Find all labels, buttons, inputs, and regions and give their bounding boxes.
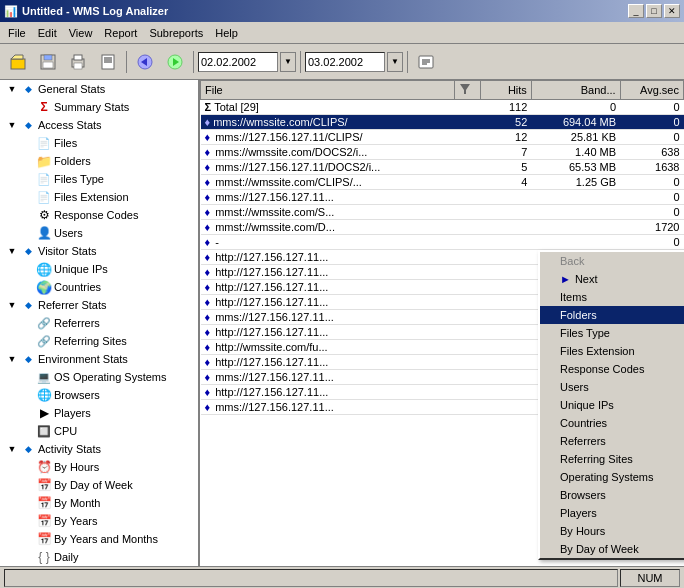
cell-filter (454, 325, 481, 340)
sidebar-item-by-month[interactable]: 📅 By Month (0, 494, 198, 512)
sidebar-label-referrers: Referrers (54, 317, 100, 329)
cell-hits: 52 (481, 115, 532, 130)
sidebar-item-users[interactable]: 👤 Users (0, 224, 198, 242)
ctx-item-files-type[interactable]: Files Type Alt+T (540, 324, 684, 342)
sidebar-item-activity-stats[interactable]: ▼ ◆ Activity Stats (0, 440, 198, 458)
menu-file[interactable]: File (2, 25, 32, 41)
table-row[interactable]: Σ Total [29] 112 0 0 (201, 100, 684, 115)
cell-hits (481, 400, 532, 415)
ctx-item-by-day-of-week[interactable]: By Day of Week Alt+W (540, 540, 684, 558)
toolbar-sep1 (126, 51, 127, 73)
sidebar-item-by-hours[interactable]: ⏰ By Hours (0, 458, 198, 476)
col-header-file: File (201, 81, 455, 100)
sidebar-item-players[interactable]: ▶ Players (0, 404, 198, 422)
sidebar-item-access-stats[interactable]: ▼ ◆ Access Stats (0, 116, 198, 134)
cell-file: ♦ http://127.156.127.11... (201, 385, 455, 400)
sidebar-label-response-codes: Response Codes (54, 209, 138, 221)
sidebar-item-folders[interactable]: 📁 Folders (0, 152, 198, 170)
sidebar-item-referring-sites[interactable]: 🔗 Referring Sites (0, 332, 198, 350)
svg-rect-3 (44, 55, 52, 60)
table-row[interactable]: ♦ mms://127.156.127.11/DOCS2/i... 5 65.5… (201, 160, 684, 175)
toolbar-edit-btn[interactable] (412, 49, 440, 75)
sidebar-label-files-type: Files Type (54, 173, 104, 185)
diamond-icon: ◆ (20, 81, 36, 97)
table-row[interactable]: ♦ mms://127.156.127.11/CLIPS/ 12 25.81 K… (201, 130, 684, 145)
expand-icon: ▼ (4, 351, 20, 367)
sidebar-item-visitor-stats[interactable]: ▼ ◆ Visitor Stats (0, 242, 198, 260)
ctx-item-countries[interactable]: Countries Alt+C (540, 414, 684, 432)
cell-file: ♦ mms://127.156.127.11/CLIPS/ (201, 130, 455, 145)
next-label: Next (575, 273, 598, 285)
ctx-item-back[interactable]: Back Alt+<- (540, 252, 684, 270)
toolbar-open-btn[interactable] (4, 49, 32, 75)
ctx-item-unique-ips[interactable]: Unique IPs Alt+Q (540, 396, 684, 414)
sidebar-label-files: Files (54, 137, 77, 149)
table-row[interactable]: ♦ mms://127.156.127.11... 0 (201, 190, 684, 205)
sidebar-item-files-ext[interactable]: 📄 Files Extension (0, 188, 198, 206)
toolbar-back-btn[interactable] (131, 49, 159, 75)
table-row[interactable]: ♦ mmst://wmssite.com/CLIPS/... 4 1.25 GB… (201, 175, 684, 190)
menu-edit[interactable]: Edit (32, 25, 63, 41)
ctx-item-users[interactable]: Users Alt+U (540, 378, 684, 396)
sidebar-item-referrer-stats[interactable]: ▼ ◆ Referrer Stats (0, 296, 198, 314)
sidebar-item-files-type[interactable]: 📄 Files Type (0, 170, 198, 188)
ctx-item-browsers[interactable]: Browsers Alt+B (540, 486, 684, 504)
table-row[interactable]: ♦ mms://wmssite.com/DOCS2/i... 7 1.40 MB… (201, 145, 684, 160)
sidebar-item-browsers[interactable]: 🌐 Browsers (0, 386, 198, 404)
table-row[interactable]: ♦ mmst://wmssite.com/S... 0 (201, 205, 684, 220)
sidebar-item-by-years-months[interactable]: 📅 By Years and Months (0, 530, 198, 548)
uniqueips-label: Unique IPs (560, 399, 614, 411)
spacer (20, 531, 36, 547)
ctx-item-next[interactable]: ► Next Alt+-> (540, 270, 684, 288)
diamond-icon: ◆ (20, 117, 36, 133)
menu-subreports[interactable]: Subreports (143, 25, 209, 41)
sidebar-item-cpu[interactable]: 🔲 CPU (0, 422, 198, 440)
ctx-item-items[interactable]: Items Alt+I (540, 288, 684, 306)
cell-filter (454, 280, 481, 295)
menu-help[interactable]: Help (209, 25, 244, 41)
sidebar-item-unique-ips[interactable]: 🌐 Unique IPs (0, 260, 198, 278)
cell-avg: 638 (620, 145, 683, 160)
close-button[interactable]: ✕ (664, 4, 680, 18)
sidebar-item-os[interactable]: 💻 OS Operating Systems (0, 368, 198, 386)
sidebar-item-countries[interactable]: 🌍 Countries (0, 278, 198, 296)
sidebar-label-folders: Folders (54, 155, 91, 167)
sidebar-item-files[interactable]: 📄 Files (0, 134, 198, 152)
toolbar-save-btn[interactable] (34, 49, 62, 75)
ctx-item-players[interactable]: Players (540, 504, 684, 522)
minimize-button[interactable]: _ (628, 4, 644, 18)
ctx-item-referring-sites[interactable]: Referring Sites Alt+E (540, 450, 684, 468)
ctx-item-folders[interactable]: Folders Alt+D (540, 306, 684, 324)
date-dropdown-2[interactable]: ▼ (387, 52, 403, 72)
sidebar-item-by-day[interactable]: 📅 By Day of Week (0, 476, 198, 494)
maximize-button[interactable]: □ (646, 4, 662, 18)
spacer (20, 225, 36, 241)
ctx-item-response-codes[interactable]: Response Codes Alt+R (540, 360, 684, 378)
spacer (20, 153, 36, 169)
cell-filter (454, 235, 481, 250)
sidebar-item-daily[interactable]: { } Daily (0, 548, 198, 566)
sidebar-item-by-years[interactable]: 📅 By Years (0, 512, 198, 530)
toolbar-forward-btn[interactable] (161, 49, 189, 75)
ctx-item-files-ext[interactable]: Files Extension Alt+X (540, 342, 684, 360)
date-input-1[interactable] (198, 52, 278, 72)
date-input-2[interactable] (305, 52, 385, 72)
ctx-item-referrers[interactable]: Referrers Alt+F (540, 432, 684, 450)
menu-view[interactable]: View (63, 25, 99, 41)
menu-report[interactable]: Report (98, 25, 143, 41)
sidebar-item-environment-stats[interactable]: ▼ ◆ Environment Stats (0, 350, 198, 368)
sidebar-item-referrers[interactable]: 🔗 Referrers (0, 314, 198, 332)
ctx-item-by-hours[interactable]: By Hours (540, 522, 684, 540)
table-row[interactable]: ♦ mmst://wmssite.com/D... 1720 (201, 220, 684, 235)
toolbar-preview-btn[interactable] (94, 49, 122, 75)
toolbar-print-btn[interactable] (64, 49, 92, 75)
sidebar-item-general-stats[interactable]: ▼ ◆ General Stats (0, 80, 198, 98)
cell-filter (454, 295, 481, 310)
table-row[interactable]: ♦ - 0 (201, 235, 684, 250)
date-dropdown-1[interactable]: ▼ (280, 52, 296, 72)
sidebar-item-response-codes[interactable]: ⚙ Response Codes (0, 206, 198, 224)
ctx-item-operating-systems[interactable]: Operating Systems (540, 468, 684, 486)
cell-hits (481, 250, 532, 265)
table-row[interactable]: ♦ mms://wmssite.com/CLIPS/ 52 694.04 MB … (201, 115, 684, 130)
sidebar-item-summary-stats[interactable]: Σ Summary Stats (0, 98, 198, 116)
